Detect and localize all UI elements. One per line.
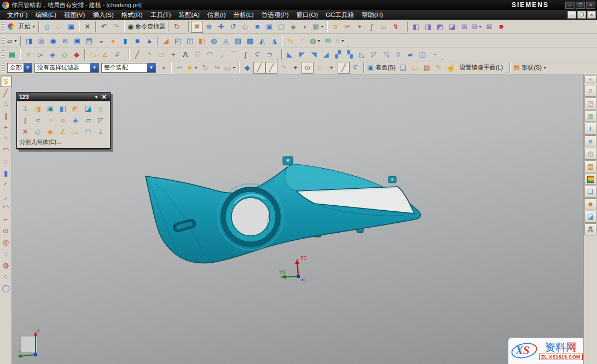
measure-angle-button[interactable]: ∠ xyxy=(99,49,111,61)
mold-patch-button[interactable]: ◆ xyxy=(44,126,56,137)
menu-GC工具箱[interactable]: GC工具箱 xyxy=(322,10,358,20)
measure-mini-button[interactable]: ▭ xyxy=(409,62,421,74)
divide-curve-button[interactable]: + xyxy=(353,21,366,33)
menu-分析[interactable]: 分析(L) xyxy=(230,10,258,20)
mold-expand-sheet-button[interactable]: ◇ xyxy=(32,126,44,137)
mold-untrim-button[interactable]: ✕ xyxy=(19,126,31,137)
shaded-mode-button[interactable]: ▣着色(S) xyxy=(366,62,397,74)
face-analysis-button[interactable]: ◐ xyxy=(299,21,311,33)
open-button[interactable]: ▱ xyxy=(53,21,65,33)
rectangle-button[interactable]: ▭ xyxy=(155,49,167,61)
window-selector-tab[interactable]: ❏ xyxy=(584,186,596,198)
mold-split-body-button[interactable]: ◨ xyxy=(32,103,44,114)
new-button[interactable]: ▯ xyxy=(41,21,53,33)
sphere-button[interactable]: ● xyxy=(107,35,119,47)
fillet-curve-button[interactable]: ◠ xyxy=(1,202,11,213)
mold-sheet-tool-button[interactable]: ▱ xyxy=(82,114,94,126)
soft-blend-button[interactable]: ◹ xyxy=(380,49,392,61)
intersection-curve-button[interactable]: ⌒ xyxy=(228,49,240,61)
snap-quadrant-toggle[interactable]: ◌ xyxy=(314,62,326,74)
thicken-button[interactable]: ▩ xyxy=(244,35,256,47)
redo-button[interactable]: ↷ xyxy=(110,21,122,33)
graphics-viewport[interactable]: YC ZC XC Z Y 123 xyxy=(12,74,583,364)
draft-button[interactable]: ◢ xyxy=(160,35,172,47)
toolbar-overflow[interactable]: . xyxy=(403,27,404,33)
show-hide-button[interactable]: ◈ xyxy=(47,49,59,61)
delete-face-button[interactable]: ⊠ xyxy=(483,21,495,33)
pocket-button[interactable]: ▣ xyxy=(71,35,83,47)
corner-curve-button[interactable]: ⌐ xyxy=(1,213,11,225)
mold-bridge-curve-button[interactable]: ʃ xyxy=(19,114,31,126)
doc-restore-button[interactable]: ❐ xyxy=(577,11,586,19)
ellipse-button[interactable]: ○ xyxy=(1,271,11,282)
parallel-line-button[interactable]: ∥ xyxy=(1,110,11,122)
mold-block-button[interactable]: ▣ xyxy=(44,103,56,114)
arc-center-button[interactable]: ◞ xyxy=(1,190,11,202)
assembly-navigator-tab[interactable]: ¤ xyxy=(584,85,596,97)
offset-curve-button[interactable]: ⊃ xyxy=(264,49,276,61)
reorder-blends-button[interactable]: ⊟▼ xyxy=(470,21,483,33)
trim-curve-button[interactable]: ✂ xyxy=(341,21,353,33)
dropdown-arrow-icon[interactable]: ▼ xyxy=(90,63,98,72)
circle-tangent-button[interactable]: ◌ xyxy=(1,248,11,259)
pull-face-button[interactable]: ◨ xyxy=(422,21,434,33)
bounded-plane-button[interactable]: ▞ xyxy=(332,49,344,61)
image-capture-button[interactable]: ▨ xyxy=(421,62,433,74)
sew-button[interactable]: ◬ xyxy=(220,35,232,47)
snap-control-point-toggle[interactable]: ◝ xyxy=(277,62,289,74)
menu-编辑[interactable]: 编辑(E) xyxy=(32,10,60,20)
hd3d-tools-tab[interactable]: i xyxy=(584,123,596,135)
mold-trim-body-button[interactable]: ⊥ xyxy=(19,103,31,114)
menu-帮助[interactable]: 帮助(H) xyxy=(358,10,387,20)
replace-face-button[interactable]: ⊞ xyxy=(458,21,470,33)
swept-surface-button[interactable]: ◥ xyxy=(308,49,320,61)
shaded-with-edges-button[interactable]: ■ xyxy=(251,21,263,33)
split-body-button[interactable]: ◍ xyxy=(208,35,220,47)
menu-窗口[interactable]: 窗口(O) xyxy=(292,10,322,20)
background-color-dropdown[interactable]: ▦▼ xyxy=(311,21,325,33)
through-curve-mesh-button[interactable]: ⊞ xyxy=(322,35,334,47)
selection-filter-select[interactable]: 没有选择过滤器▼ xyxy=(34,63,99,73)
section-surface-button[interactable]: ◢ xyxy=(320,49,332,61)
edit-cross-section-button[interactable]: ■ xyxy=(495,21,507,33)
headlamp-bezel-model[interactable] xyxy=(146,157,420,263)
pad-button[interactable]: ▤ xyxy=(83,35,95,47)
rib-button[interactable]: ◫ xyxy=(184,35,196,47)
snap-point-toggle[interactable]: ◆ xyxy=(241,62,253,74)
swept-button[interactable]: ∿ xyxy=(285,35,297,47)
snap-midpoint-toggle[interactable]: ╱ xyxy=(265,62,277,74)
reorient-view-button[interactable]: ↻ xyxy=(171,21,183,33)
maximize-button[interactable]: □ xyxy=(576,2,585,9)
studio-spline-button[interactable]: ♡ xyxy=(192,49,204,61)
trim-body-button[interactable]: ◧ xyxy=(196,35,208,47)
silhouette-flange-button[interactable]: ◊ xyxy=(392,49,404,61)
reuse-library-tab[interactable]: ▥ xyxy=(584,110,596,122)
hole-button[interactable]: ◉ xyxy=(47,35,59,47)
arc-button[interactable]: ◝ xyxy=(143,49,155,61)
extrude-button[interactable]: ◨ xyxy=(23,35,35,47)
point-set-button[interactable]: ∴ xyxy=(1,99,11,110)
menu-装配[interactable]: 装配(A) xyxy=(175,10,203,20)
palette-title-bar[interactable]: 123 ▾ ✕ xyxy=(17,93,110,101)
grab-view-button[interactable]: ☝ xyxy=(445,62,457,74)
resize-face-button[interactable]: ◪ xyxy=(446,21,458,33)
art-spline-button[interactable]: S xyxy=(1,76,11,87)
mold-offset-face-button[interactable]: ◩ xyxy=(69,103,82,114)
toolbar-grip[interactable] xyxy=(2,22,4,32)
display-monitor-button[interactable]: ❏ xyxy=(397,62,409,74)
perspective-button[interactable]: ◇ xyxy=(239,21,251,33)
select-touching-button[interactable]: ◑ xyxy=(157,62,169,74)
transition-surface-button[interactable]: ▚ xyxy=(344,49,356,61)
dropdown-arrow-icon[interactable]: ▼ xyxy=(24,63,32,72)
roles-tab[interactable]: ☻ xyxy=(584,198,596,210)
circle-diameter-button[interactable]: ◍ xyxy=(1,259,11,271)
pan-button[interactable]: ✚ xyxy=(215,21,227,33)
snap-point-on-face-toggle[interactable]: Ϛ xyxy=(350,62,362,74)
toolbar-overflow[interactable]: . xyxy=(277,55,279,61)
offset-region-button[interactable]: ◩ xyxy=(434,21,446,33)
sketch-button[interactable]: ▱▼ xyxy=(6,35,19,47)
mold-extract-body-button[interactable]: ▯ xyxy=(95,103,107,114)
n-sided-surface-button[interactable]: ⌂▼ xyxy=(334,35,346,47)
type-filter-select[interactable]: 全部▼ xyxy=(7,63,32,73)
trimmed-sheet-button[interactable]: ◔ xyxy=(428,49,440,61)
